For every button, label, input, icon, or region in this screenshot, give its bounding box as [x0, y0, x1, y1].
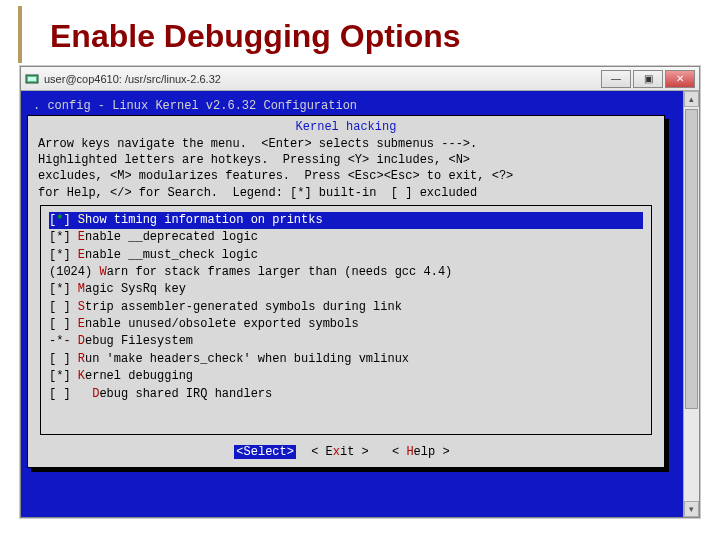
menu-item[interactable]: [ ] Enable unused/obsolete exported symb… — [49, 316, 643, 333]
close-button[interactable]: ✕ — [665, 70, 695, 88]
maximize-button[interactable]: ▣ — [633, 70, 663, 88]
exit-button[interactable]: < Exit > — [311, 445, 369, 459]
menu-item[interactable]: [ ] Run 'make headers_check' when buildi… — [49, 351, 643, 368]
window-titlebar[interactable]: user@cop4610: /usr/src/linux-2.6.32 — ▣ … — [21, 67, 699, 91]
menu-item[interactable]: [ ] Debug shared IRQ handlers — [49, 386, 643, 403]
scroll-up-arrow[interactable]: ▴ — [684, 91, 699, 107]
menu-item[interactable]: [*] Kernel debugging — [49, 368, 643, 385]
config-title: . config - Linux Kernel v2.6.32 Configur… — [29, 97, 675, 117]
terminal-content: . config - Linux Kernel v2.6.32 Configur… — [21, 91, 683, 517]
help-button[interactable]: < Help > — [392, 445, 450, 459]
dialog-button-row: <Select> < Exit > < Help > — [38, 441, 654, 459]
scroll-thumb[interactable] — [685, 109, 698, 409]
menu-item[interactable]: -*- Debug Filesystem — [49, 333, 643, 350]
menu-item[interactable]: [ ] Strip assembler-generated symbols du… — [49, 299, 643, 316]
terminal-area: . config - Linux Kernel v2.6.32 Configur… — [21, 91, 699, 517]
dialog-help-text: Arrow keys navigate the menu. <Enter> se… — [38, 136, 654, 201]
menu-item[interactable]: [*] Enable __must_check logic — [49, 247, 643, 264]
window-controls: — ▣ ✕ — [601, 70, 695, 88]
window-title-text: user@cop4610: /usr/src/linux-2.6.32 — [44, 73, 601, 85]
slide-title: Enable Debugging Options — [18, 6, 720, 63]
menu-item[interactable]: (1024) Warn for stack frames larger than… — [49, 264, 643, 281]
dialog-shadow: Kernel hacking Arrow keys navigate the m… — [31, 119, 669, 472]
terminal-window: user@cop4610: /usr/src/linux-2.6.32 — ▣ … — [20, 66, 700, 518]
scroll-down-arrow[interactable]: ▾ — [684, 501, 699, 517]
putty-icon — [25, 72, 39, 86]
select-button[interactable]: <Select> — [234, 445, 296, 459]
menu-item[interactable]: [*] Magic SysRq key — [49, 281, 643, 298]
dialog-header: Kernel hacking — [38, 120, 654, 134]
minimize-button[interactable]: — — [601, 70, 631, 88]
vertical-scrollbar[interactable]: ▴ ▾ — [683, 91, 699, 517]
svg-rect-1 — [28, 77, 36, 81]
menuconfig-dialog: Kernel hacking Arrow keys navigate the m… — [27, 115, 665, 468]
menu-list[interactable]: [*] Show timing information on printks[*… — [40, 205, 652, 435]
menu-item[interactable]: [*] Show timing information on printks — [49, 212, 643, 229]
menu-item[interactable]: [*] Enable __deprecated logic — [49, 229, 643, 246]
